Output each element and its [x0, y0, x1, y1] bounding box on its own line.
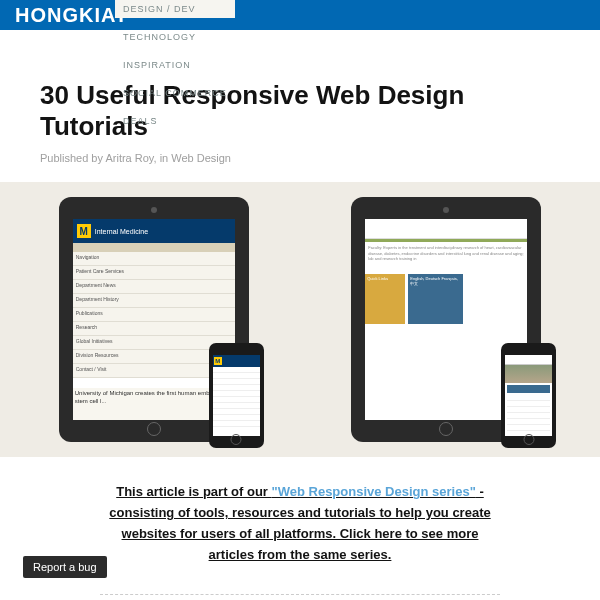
list-item: Department History [73, 294, 235, 308]
nav-deals[interactable]: DEALS [115, 112, 235, 130]
nav-social-commerce[interactable]: SOCIAL COMMERCE [115, 84, 235, 102]
m-logo-icon: M [77, 224, 91, 238]
series-link[interactable]: "Web Responsive Design series" [272, 484, 476, 499]
section-divider [100, 594, 500, 595]
phone-screen [505, 355, 552, 436]
byline-mid: , in [154, 152, 172, 164]
device-group-right: Faculty: Experts in the treatment and in… [351, 197, 541, 442]
nav-inspiration[interactable]: INSPIRATION [115, 56, 235, 74]
list-item: Research [73, 322, 235, 336]
phone-screen: M [213, 355, 260, 436]
category-link[interactable]: Web Design [171, 152, 231, 164]
series-intro: This article is part of our "Web Respons… [100, 482, 500, 565]
tablet-heading: Internal Medicine [95, 228, 148, 235]
intro-text-1: This article is part of our [116, 484, 271, 499]
list-item: Patient Care Services [73, 266, 235, 280]
article-main: 30 Useful Responsive Web Design Tutorial… [0, 30, 600, 600]
author-link[interactable]: Aritra Roy [105, 152, 153, 164]
nav-technology[interactable]: TECHNOLOGY [115, 28, 235, 46]
list-item: Navigation [73, 252, 235, 266]
phone-mockup [501, 343, 556, 448]
list-item: Department News [73, 280, 235, 294]
nav-design-dev[interactable]: DESIGN / DEV [115, 0, 235, 18]
hero-image: MInternal Medicine Navigation Patient Ca… [0, 182, 600, 457]
m-logo-icon: M [214, 357, 222, 365]
report-bug-button[interactable]: Report a bug [23, 556, 107, 578]
lang-box: English, Deutsch Français, 中文 [408, 274, 463, 324]
site-header: HONGKIAT [0, 0, 600, 30]
list-item: Publications [73, 308, 235, 322]
main-nav: DESIGN / DEV TECHNOLOGY INSPIRATION SOCI… [115, 0, 235, 130]
device-group-left: MInternal Medicine Navigation Patient Ca… [59, 197, 249, 442]
quick-links-box: Quick Links [365, 274, 405, 324]
article-byline: Published by Aritra Roy, in Web Design [40, 152, 560, 164]
byline-prefix: Published by [40, 152, 105, 164]
phone-mockup: M [209, 343, 264, 448]
intro-block: This article is part of our "Web Respons… [40, 457, 560, 575]
site-logo[interactable]: HONGKIAT [15, 4, 128, 27]
tablet-body-text: Faculty: Experts in the treatment and in… [365, 242, 527, 264]
